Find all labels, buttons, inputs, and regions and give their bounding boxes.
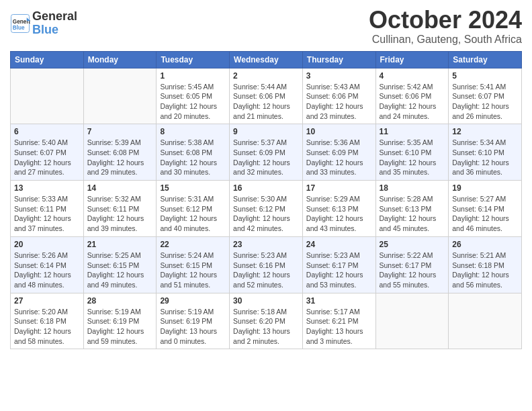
calendar-cell: 8Sunrise: 5:38 AM Sunset: 6:08 PM Daylig… <box>157 124 230 181</box>
day-number: 20 <box>14 240 80 249</box>
day-info: Sunrise: 5:23 AM Sunset: 6:17 PM Dayligh… <box>306 250 372 290</box>
calendar-cell: 19Sunrise: 5:27 AM Sunset: 6:14 PM Dayli… <box>449 181 522 237</box>
day-info: Sunrise: 5:38 AM Sunset: 6:08 PM Dayligh… <box>160 138 226 177</box>
day-info: Sunrise: 5:26 AM Sunset: 6:14 PM Dayligh… <box>14 250 80 290</box>
calendar-cell: 31Sunrise: 5:17 AM Sunset: 6:21 PM Dayli… <box>302 293 375 349</box>
day-number: 30 <box>233 296 299 306</box>
calendar-cell: 18Sunrise: 5:28 AM Sunset: 6:13 PM Dayli… <box>375 181 449 237</box>
day-number: 10 <box>306 127 372 136</box>
day-number: 21 <box>87 240 153 249</box>
calendar-cell: 14Sunrise: 5:32 AM Sunset: 6:11 PM Dayli… <box>83 181 157 237</box>
day-number: 1 <box>160 71 226 81</box>
day-info: Sunrise: 5:27 AM Sunset: 6:14 PM Dayligh… <box>452 194 518 234</box>
day-info: Sunrise: 5:44 AM Sunset: 6:06 PM Dayligh… <box>233 82 299 122</box>
calendar-cell: 20Sunrise: 5:26 AM Sunset: 6:14 PM Dayli… <box>11 236 84 293</box>
day-info: Sunrise: 5:35 AM Sunset: 6:10 PM Dayligh… <box>380 138 445 177</box>
calendar-cell: 30Sunrise: 5:18 AM Sunset: 6:20 PM Dayli… <box>230 293 303 349</box>
day-number: 28 <box>87 296 153 306</box>
day-info: Sunrise: 5:30 AM Sunset: 6:12 PM Dayligh… <box>233 194 299 234</box>
day-info: Sunrise: 5:21 AM Sunset: 6:18 PM Dayligh… <box>452 250 518 290</box>
column-header-friday: Friday <box>375 51 449 68</box>
logo-text: General Blue <box>32 10 77 37</box>
day-number: 4 <box>380 71 445 81</box>
day-number: 3 <box>306 71 372 81</box>
logo-icon: General Blue <box>10 13 30 34</box>
calendar-cell: 6Sunrise: 5:40 AM Sunset: 6:07 PM Daylig… <box>11 124 84 181</box>
calendar-cell: 26Sunrise: 5:21 AM Sunset: 6:18 PM Dayli… <box>449 236 522 293</box>
day-number: 23 <box>233 240 299 249</box>
day-info: Sunrise: 5:37 AM Sunset: 6:09 PM Dayligh… <box>233 138 299 177</box>
calendar-cell: 28Sunrise: 5:19 AM Sunset: 6:19 PM Dayli… <box>83 293 157 349</box>
column-header-sunday: Sunday <box>11 51 84 68</box>
day-number: 17 <box>306 183 372 193</box>
day-info: Sunrise: 5:24 AM Sunset: 6:15 PM Dayligh… <box>160 250 226 290</box>
calendar-cell: 11Sunrise: 5:35 AM Sunset: 6:10 PM Dayli… <box>375 124 449 181</box>
day-number: 5 <box>452 71 518 81</box>
day-info: Sunrise: 5:40 AM Sunset: 6:07 PM Dayligh… <box>14 138 80 177</box>
day-number: 19 <box>452 183 518 193</box>
day-number: 8 <box>160 127 226 136</box>
calendar-cell: 16Sunrise: 5:30 AM Sunset: 6:12 PM Dayli… <box>230 181 303 237</box>
day-number: 2 <box>233 71 299 81</box>
column-header-thursday: Thursday <box>302 51 375 68</box>
calendar-week-row: 27Sunrise: 5:20 AM Sunset: 6:18 PM Dayli… <box>11 293 522 349</box>
calendar-cell: 12Sunrise: 5:34 AM Sunset: 6:10 PM Dayli… <box>449 124 522 181</box>
calendar-cell: 5Sunrise: 5:41 AM Sunset: 6:07 PM Daylig… <box>449 68 522 124</box>
day-number: 11 <box>380 127 445 136</box>
day-number: 26 <box>452 240 518 249</box>
calendar-cell: 2Sunrise: 5:44 AM Sunset: 6:06 PM Daylig… <box>230 68 303 124</box>
day-number: 18 <box>380 183 445 193</box>
calendar-cell: 10Sunrise: 5:36 AM Sunset: 6:09 PM Dayli… <box>302 124 375 181</box>
calendar-cell: 23Sunrise: 5:23 AM Sunset: 6:16 PM Dayli… <box>230 236 303 293</box>
column-header-wednesday: Wednesday <box>230 51 303 68</box>
calendar-cell: 27Sunrise: 5:20 AM Sunset: 6:18 PM Dayli… <box>11 293 84 349</box>
day-info: Sunrise: 5:23 AM Sunset: 6:16 PM Dayligh… <box>233 250 299 290</box>
day-number: 13 <box>14 183 80 193</box>
day-info: Sunrise: 5:32 AM Sunset: 6:11 PM Dayligh… <box>87 194 153 234</box>
day-number: 22 <box>160 240 226 249</box>
calendar-cell <box>11 68 84 124</box>
day-info: Sunrise: 5:36 AM Sunset: 6:09 PM Dayligh… <box>306 138 372 177</box>
column-header-saturday: Saturday <box>449 51 522 68</box>
calendar-cell <box>449 293 522 349</box>
day-info: Sunrise: 5:20 AM Sunset: 6:18 PM Dayligh… <box>14 307 80 347</box>
calendar-cell: 13Sunrise: 5:33 AM Sunset: 6:11 PM Dayli… <box>11 181 84 237</box>
calendar-cell: 24Sunrise: 5:23 AM Sunset: 6:17 PM Dayli… <box>302 236 375 293</box>
day-info: Sunrise: 5:17 AM Sunset: 6:21 PM Dayligh… <box>306 307 372 347</box>
calendar-cell: 7Sunrise: 5:39 AM Sunset: 6:08 PM Daylig… <box>83 124 157 181</box>
day-info: Sunrise: 5:43 AM Sunset: 6:06 PM Dayligh… <box>306 82 372 122</box>
calendar-table: SundayMondayTuesdayWednesdayThursdayFrid… <box>10 51 522 350</box>
calendar-cell: 17Sunrise: 5:29 AM Sunset: 6:13 PM Dayli… <box>302 181 375 237</box>
day-info: Sunrise: 5:34 AM Sunset: 6:10 PM Dayligh… <box>452 138 518 177</box>
day-number: 6 <box>14 127 80 136</box>
day-number: 7 <box>87 127 153 136</box>
day-number: 14 <box>87 183 153 193</box>
calendar-week-row: 20Sunrise: 5:26 AM Sunset: 6:14 PM Dayli… <box>11 236 522 293</box>
day-number: 29 <box>160 296 226 306</box>
calendar-cell <box>375 293 449 349</box>
month-title: October 2024 <box>369 7 522 34</box>
calendar-cell <box>83 68 157 124</box>
header: General Blue General Blue October 2024 C… <box>10 7 522 46</box>
day-number: 15 <box>160 183 226 193</box>
day-info: Sunrise: 5:31 AM Sunset: 6:12 PM Dayligh… <box>160 194 226 234</box>
calendar-cell: 15Sunrise: 5:31 AM Sunset: 6:12 PM Dayli… <box>157 181 230 237</box>
day-info: Sunrise: 5:19 AM Sunset: 6:19 PM Dayligh… <box>87 307 153 347</box>
svg-text:Blue: Blue <box>13 25 25 31</box>
calendar-week-row: 6Sunrise: 5:40 AM Sunset: 6:07 PM Daylig… <box>11 124 522 181</box>
day-info: Sunrise: 5:22 AM Sunset: 6:17 PM Dayligh… <box>380 250 445 290</box>
day-info: Sunrise: 5:39 AM Sunset: 6:08 PM Dayligh… <box>87 138 153 177</box>
calendar-week-row: 13Sunrise: 5:33 AM Sunset: 6:11 PM Dayli… <box>11 181 522 237</box>
calendar-cell: 22Sunrise: 5:24 AM Sunset: 6:15 PM Dayli… <box>157 236 230 293</box>
day-info: Sunrise: 5:33 AM Sunset: 6:11 PM Dayligh… <box>14 194 80 234</box>
day-info: Sunrise: 5:42 AM Sunset: 6:06 PM Dayligh… <box>380 82 445 122</box>
calendar-cell: 21Sunrise: 5:25 AM Sunset: 6:15 PM Dayli… <box>83 236 157 293</box>
calendar-cell: 1Sunrise: 5:45 AM Sunset: 6:05 PM Daylig… <box>157 68 230 124</box>
calendar-header-row: SundayMondayTuesdayWednesdayThursdayFrid… <box>11 51 522 68</box>
day-number: 24 <box>306 240 372 249</box>
day-info: Sunrise: 5:29 AM Sunset: 6:13 PM Dayligh… <box>306 194 372 234</box>
calendar-week-row: 1Sunrise: 5:45 AM Sunset: 6:05 PM Daylig… <box>11 68 522 124</box>
day-info: Sunrise: 5:28 AM Sunset: 6:13 PM Dayligh… <box>380 194 445 234</box>
day-number: 25 <box>380 240 445 249</box>
day-info: Sunrise: 5:18 AM Sunset: 6:20 PM Dayligh… <box>233 307 299 347</box>
